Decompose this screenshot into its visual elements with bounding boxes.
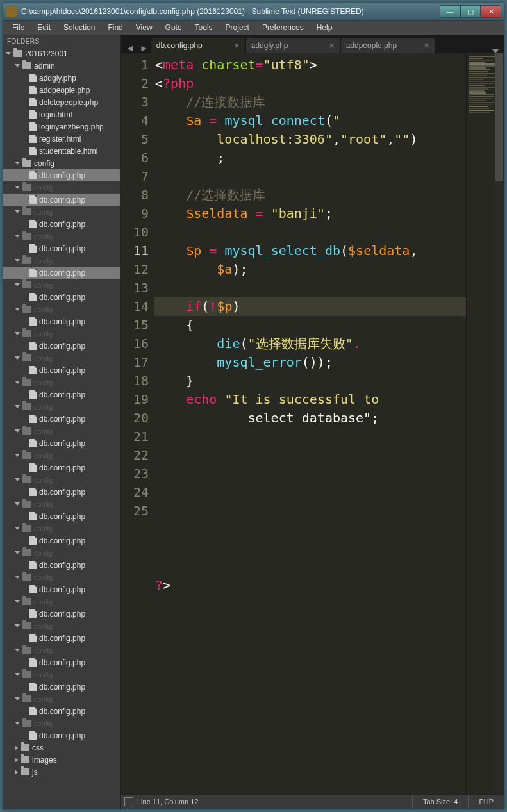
menu-file[interactable]: File <box>6 23 31 32</box>
close-button[interactable]: ✕ <box>481 5 501 18</box>
tree-file[interactable]: db.config.php <box>3 437 120 449</box>
status-language[interactable]: PHP <box>468 795 504 809</box>
tree-folder[interactable]: config <box>3 206 120 218</box>
tree-folder[interactable]: config <box>3 644 120 656</box>
tree-folder[interactable]: config <box>3 327 120 340</box>
tree-folder[interactable]: config <box>3 254 120 267</box>
tree-file[interactable]: addpeople.php <box>3 84 120 96</box>
menu-help[interactable]: Help <box>310 23 339 32</box>
tab-close-icon[interactable]: × <box>424 40 429 51</box>
tree-file[interactable]: db.config.php <box>3 388 120 401</box>
menu-project[interactable]: Project <box>219 23 256 32</box>
tree-folder[interactable]: config <box>3 181 120 194</box>
status-tabsize[interactable]: Tab Size: 4 <box>412 795 468 809</box>
minimize-button[interactable]: — <box>440 5 460 18</box>
file-icon <box>29 342 37 350</box>
menu-selection[interactable]: Selection <box>57 23 101 32</box>
tree-file[interactable]: studenttable.html <box>3 145 120 157</box>
tree-folder[interactable]: config <box>3 668 120 681</box>
tab-label: db.config.php <box>156 41 203 50</box>
status-position[interactable]: Line 11, Column 12 <box>137 798 412 806</box>
tree-folder[interactable]: config <box>3 620 120 632</box>
code-text[interactable]: <meta charset="utf8"><?php //连接数据库 $a = … <box>154 53 466 794</box>
tree-folder[interactable]: config <box>3 279 120 291</box>
tab-close-icon[interactable]: × <box>235 40 240 51</box>
tree-folder[interactable]: config <box>3 449 120 461</box>
tree-file[interactable]: db.config.php <box>3 364 120 376</box>
tree-folder[interactable]: config <box>3 230 120 242</box>
tree-file[interactable]: db.config.php <box>3 315 120 327</box>
menu-find[interactable]: Find <box>101 23 129 32</box>
tree-folder[interactable]: js <box>3 766 120 778</box>
tree-file[interactable]: db.config.php <box>3 242 120 254</box>
tree-file[interactable]: db.config.php <box>3 413 120 425</box>
tree-file[interactable]: db.config.php <box>3 340 120 352</box>
tree-folder[interactable]: config <box>3 547 120 559</box>
tree-folder[interactable]: config <box>3 303 120 315</box>
tree-folder[interactable]: config <box>3 474 120 486</box>
tree-folder[interactable]: css <box>3 742 120 754</box>
menu-bar: File Edit Selection Find View Goto Tools… <box>3 21 504 35</box>
tree-label: 2016123001 <box>25 49 68 58</box>
maximize-button[interactable]: ▢ <box>460 5 481 18</box>
tree-file[interactable]: db.config.php <box>3 486 120 498</box>
tree-folder[interactable]: 2016123001 <box>3 47 120 60</box>
scroll-thumb[interactable] <box>495 53 503 181</box>
tree-file[interactable]: db.config.php <box>3 534 120 547</box>
tree-file[interactable]: db.config.php <box>3 169 120 181</box>
tree-file[interactable]: loginyanzheng.php <box>3 120 120 133</box>
tree-folder[interactable]: config <box>3 595 120 608</box>
tab[interactable]: addgly.php× <box>246 38 340 53</box>
tree-folder[interactable]: config <box>3 717 120 729</box>
menu-preferences[interactable]: Preferences <box>256 23 310 32</box>
tab-close-icon[interactable]: × <box>329 40 335 51</box>
tree-file[interactable]: db.config.php <box>3 681 120 693</box>
tree-folder[interactable]: config <box>3 376 120 388</box>
tree-file[interactable]: register.html <box>3 133 120 145</box>
code-area[interactable]: 1234567891011121314151617181920212223242… <box>121 53 504 794</box>
tree-file[interactable]: db.config.php <box>3 559 120 571</box>
tree-file[interactable]: db.config.php <box>3 608 120 620</box>
tree-file[interactable]: db.config.php <box>3 267 120 279</box>
tree-file[interactable]: db.config.php <box>3 461 120 474</box>
tree-file[interactable]: db.config.php <box>3 705 120 717</box>
tree-file[interactable]: db.config.php <box>3 632 120 644</box>
tree-file[interactable]: db.config.php <box>3 656 120 668</box>
tree-folder[interactable]: config <box>3 522 120 534</box>
menu-view[interactable]: View <box>129 23 159 32</box>
file-icon <box>29 536 37 545</box>
tree-file[interactable]: db.config.php <box>3 218 120 230</box>
tree-file[interactable]: login.html <box>3 108 120 120</box>
menu-tools[interactable]: Tools <box>188 23 219 32</box>
tree-label: deletepeople.php <box>39 98 98 107</box>
line-gutter[interactable]: 1234567891011121314151617181920212223242… <box>121 53 154 794</box>
panel-switch-icon[interactable] <box>124 797 133 806</box>
tree-folder[interactable]: images <box>3 754 120 766</box>
tree-folder[interactable]: config <box>3 571 120 583</box>
tree-file[interactable]: db.config.php <box>3 510 120 522</box>
tree-file[interactable]: db.config.php <box>3 291 120 303</box>
vertical-scrollbar[interactable] <box>495 53 504 794</box>
tree-folder[interactable]: config <box>3 157 120 169</box>
tree-folder[interactable]: config <box>3 401 120 413</box>
tree-file[interactable]: db.config.php <box>3 194 120 206</box>
nav-fwd-icon[interactable]: ► <box>137 43 151 53</box>
tree-folder[interactable]: config <box>3 693 120 705</box>
tab[interactable]: addpeople.php× <box>341 38 435 53</box>
tree-file[interactable]: db.config.php <box>3 583 120 595</box>
tree-folder[interactable]: admin <box>3 60 120 72</box>
tree-file[interactable]: db.config.php <box>3 729 120 742</box>
tree-file[interactable]: addgly.php <box>3 72 120 84</box>
menu-goto[interactable]: Goto <box>159 23 188 32</box>
tree-folder[interactable]: config <box>3 425 120 437</box>
tree-folder[interactable]: config <box>3 352 120 364</box>
title-bar[interactable]: C:\xampp\htdocs\2016123001\config\db.con… <box>3 3 504 21</box>
file-icon <box>29 390 37 399</box>
menu-edit[interactable]: Edit <box>31 23 57 32</box>
folder-tree[interactable]: 2016123001adminaddgly.phpaddpeople.phpde… <box>3 47 120 809</box>
tab[interactable]: db.config.php× <box>151 38 245 53</box>
tree-folder[interactable]: config <box>3 498 120 510</box>
nav-back-icon[interactable]: ◄ <box>123 43 137 53</box>
tree-label: db.config.php <box>39 683 85 692</box>
tree-file[interactable]: deletepeople.php <box>3 96 120 108</box>
